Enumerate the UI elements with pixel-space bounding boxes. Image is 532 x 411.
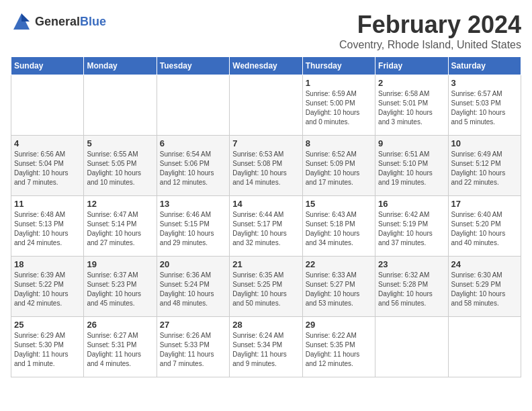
week-row-1: 1Sunrise: 6:59 AMSunset: 5:00 PMDaylight… [11,75,521,136]
week-row-4: 18Sunrise: 6:39 AMSunset: 5:22 PMDayligh… [11,257,521,317]
day-cell: 8Sunrise: 6:52 AMSunset: 5:09 PMDaylight… [302,136,375,196]
day-cell: 5Sunrise: 6:55 AMSunset: 5:05 PMDaylight… [84,136,157,196]
day-cell: 9Sunrise: 6:51 AMSunset: 5:10 PMDaylight… [375,136,448,196]
day-number: 12 [87,199,153,209]
day-info: Sunrise: 6:32 AMSunset: 5:28 PMDaylight:… [378,271,445,308]
day-cell: 12Sunrise: 6:47 AMSunset: 5:14 PMDayligh… [84,196,157,257]
day-cell: 21Sunrise: 6:35 AMSunset: 5:25 PMDayligh… [230,257,302,317]
day-info: Sunrise: 6:53 AMSunset: 5:08 PMDaylight:… [232,150,299,187]
day-info: Sunrise: 6:49 AMSunset: 5:12 PMDaylight:… [451,150,518,187]
day-info: Sunrise: 6:35 AMSunset: 5:25 PMDaylight:… [232,271,299,308]
day-info: Sunrise: 6:52 AMSunset: 5:09 PMDaylight:… [306,150,372,187]
day-number: 26 [87,320,153,330]
day-number: 4 [14,138,81,148]
day-number: 21 [232,259,299,269]
col-sunday: Sunday [11,57,84,75]
calendar-body: 1Sunrise: 6:59 AMSunset: 5:00 PMDaylight… [11,75,521,377]
day-info: Sunrise: 6:39 AMSunset: 5:22 PMDaylight:… [14,271,81,308]
day-info: Sunrise: 6:54 AMSunset: 5:06 PMDaylight:… [160,150,226,187]
day-number: 11 [14,199,81,209]
day-cell: 15Sunrise: 6:43 AMSunset: 5:18 PMDayligh… [302,196,375,257]
day-info: Sunrise: 6:37 AMSunset: 5:23 PMDaylight:… [87,271,153,308]
day-info: Sunrise: 6:30 AMSunset: 5:29 PMDaylight:… [451,271,518,308]
day-number: 24 [451,259,518,269]
calendar-table: Sunday Monday Tuesday Wednesday Thursday… [11,56,521,377]
day-number: 3 [451,78,518,88]
day-cell [84,75,157,136]
day-info: Sunrise: 6:43 AMSunset: 5:18 PMDaylight:… [306,210,372,248]
day-cell: 23Sunrise: 6:32 AMSunset: 5:28 PMDayligh… [375,257,448,317]
day-info: Sunrise: 6:22 AMSunset: 5:35 PMDaylight:… [306,331,372,369]
day-number: 14 [232,199,299,209]
day-cell [157,75,229,136]
day-number: 20 [160,259,226,269]
day-info: Sunrise: 6:29 AMSunset: 5:30 PMDaylight:… [14,331,81,369]
day-number: 2 [378,78,445,88]
week-row-2: 4Sunrise: 6:56 AMSunset: 5:04 PMDaylight… [11,136,521,196]
day-cell: 16Sunrise: 6:42 AMSunset: 5:19 PMDayligh… [375,196,448,257]
day-info: Sunrise: 6:33 AMSunset: 5:27 PMDaylight:… [306,271,372,308]
day-cell: 27Sunrise: 6:26 AMSunset: 5:33 PMDayligh… [157,317,229,377]
day-info: Sunrise: 6:42 AMSunset: 5:19 PMDaylight:… [378,210,445,248]
day-cell: 6Sunrise: 6:54 AMSunset: 5:06 PMDaylight… [157,136,229,196]
day-cell: 28Sunrise: 6:24 AMSunset: 5:34 PMDayligh… [230,317,302,377]
col-tuesday: Tuesday [157,57,229,75]
day-info: Sunrise: 6:55 AMSunset: 5:05 PMDaylight:… [87,150,153,187]
day-cell: 10Sunrise: 6:49 AMSunset: 5:12 PMDayligh… [448,136,521,196]
day-info: Sunrise: 6:36 AMSunset: 5:24 PMDaylight:… [160,271,226,308]
col-wednesday: Wednesday [230,57,302,75]
day-number: 17 [451,199,518,209]
day-cell: 25Sunrise: 6:29 AMSunset: 5:30 PMDayligh… [11,317,84,377]
day-cell: 20Sunrise: 6:36 AMSunset: 5:24 PMDayligh… [157,257,229,317]
day-info: Sunrise: 6:48 AMSunset: 5:13 PMDaylight:… [14,210,81,248]
calendar-header: Sunday Monday Tuesday Wednesday Thursday… [11,57,521,75]
day-info: Sunrise: 6:27 AMSunset: 5:31 PMDaylight:… [87,331,153,369]
day-cell [11,75,84,136]
day-number: 9 [378,138,445,148]
day-cell: 26Sunrise: 6:27 AMSunset: 5:31 PMDayligh… [84,317,157,377]
day-info: Sunrise: 6:57 AMSunset: 5:03 PMDaylight:… [451,89,518,127]
day-cell: 22Sunrise: 6:33 AMSunset: 5:27 PMDayligh… [302,257,375,317]
title-area: February 2024 Coventry, Rhode Island, Un… [339,11,521,51]
day-cell: 3Sunrise: 6:57 AMSunset: 5:03 PMDaylight… [448,75,521,136]
day-number: 15 [306,199,372,209]
day-info: Sunrise: 6:24 AMSunset: 5:34 PMDaylight:… [232,331,299,369]
day-info: Sunrise: 6:46 AMSunset: 5:15 PMDaylight:… [160,210,226,248]
day-cell [375,317,448,377]
logo-general: GeneralBlue [35,15,106,29]
day-number: 5 [87,138,153,148]
svg-marker-1 [21,13,30,21]
day-number: 23 [378,259,445,269]
location-title: Coventry, Rhode Island, United States [339,39,521,51]
day-number: 28 [232,320,299,330]
day-info: Sunrise: 6:47 AMSunset: 5:14 PMDaylight:… [87,210,153,248]
day-number: 10 [451,138,518,148]
month-title: February 2024 [339,11,521,39]
day-number: 22 [306,259,372,269]
logo: GeneralBlue [11,11,106,32]
day-cell: 24Sunrise: 6:30 AMSunset: 5:29 PMDayligh… [448,257,521,317]
day-cell: 4Sunrise: 6:56 AMSunset: 5:04 PMDaylight… [11,136,84,196]
day-info: Sunrise: 6:58 AMSunset: 5:01 PMDaylight:… [378,89,445,127]
day-info: Sunrise: 6:26 AMSunset: 5:33 PMDaylight:… [160,331,226,369]
col-saturday: Saturday [448,57,521,75]
header: GeneralBlue February 2024 Coventry, Rhod… [11,11,521,51]
day-number: 29 [306,320,372,330]
day-cell: 14Sunrise: 6:44 AMSunset: 5:17 PMDayligh… [230,196,302,257]
day-cell: 17Sunrise: 6:40 AMSunset: 5:20 PMDayligh… [448,196,521,257]
day-number: 1 [306,78,372,88]
day-cell: 7Sunrise: 6:53 AMSunset: 5:08 PMDaylight… [230,136,302,196]
day-info: Sunrise: 6:56 AMSunset: 5:04 PMDaylight:… [14,150,81,187]
day-number: 13 [160,199,226,209]
day-cell: 29Sunrise: 6:22 AMSunset: 5:35 PMDayligh… [302,317,375,377]
day-number: 19 [87,259,153,269]
day-cell [230,75,302,136]
day-number: 25 [14,320,81,330]
day-number: 18 [14,259,81,269]
day-cell [448,317,521,377]
day-info: Sunrise: 6:44 AMSunset: 5:17 PMDaylight:… [232,210,299,248]
week-row-3: 11Sunrise: 6:48 AMSunset: 5:13 PMDayligh… [11,196,521,257]
day-cell: 2Sunrise: 6:58 AMSunset: 5:01 PMDaylight… [375,75,448,136]
day-info: Sunrise: 6:51 AMSunset: 5:10 PMDaylight:… [378,150,445,187]
day-cell: 11Sunrise: 6:48 AMSunset: 5:13 PMDayligh… [11,196,84,257]
